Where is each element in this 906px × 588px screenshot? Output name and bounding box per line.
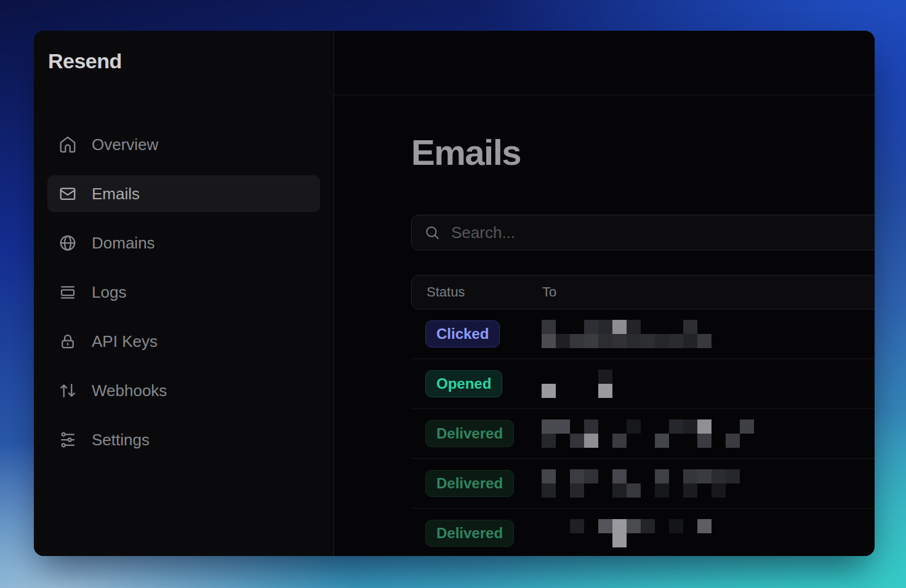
email-row[interactable]: Delivered <box>411 459 875 509</box>
sidebar-item-label: Domains <box>92 234 155 253</box>
search-bar[interactable] <box>411 215 875 250</box>
status-cell: Delivered <box>411 420 542 448</box>
status-cell: Clicked <box>411 320 542 348</box>
status-cell: Opened <box>411 370 542 398</box>
table-header: Status To <box>411 275 875 309</box>
app-window: Resend Overview Emails Domains <box>34 31 875 556</box>
home-icon <box>58 135 77 154</box>
sidebar-item-label: Logs <box>92 283 126 302</box>
sidebar-item-label: API Keys <box>92 332 158 351</box>
sidebar-item-label: Emails <box>92 185 140 204</box>
sliders-icon <box>58 431 77 449</box>
column-header-to: To <box>542 284 556 300</box>
main-header-strip <box>334 31 875 95</box>
sidebar-item-settings[interactable]: Settings <box>47 421 320 458</box>
status-badge: Delivered <box>425 520 514 547</box>
status-cell: Delivered <box>411 470 542 498</box>
status-badge: Delivered <box>425 470 514 498</box>
status-cell: Delivered <box>411 520 542 547</box>
search-icon <box>424 224 440 240</box>
search-input[interactable] <box>450 223 875 243</box>
brand-logo: Resend <box>48 49 334 73</box>
email-row[interactable]: Delivered <box>411 509 875 556</box>
redacted-email-address <box>542 370 788 398</box>
email-row[interactable]: Delivered <box>411 409 875 459</box>
logs-icon <box>58 283 77 301</box>
sidebar-item-api-keys[interactable]: API Keys <box>47 323 320 360</box>
sidebar-item-label: Overview <box>92 135 158 154</box>
email-row[interactable]: Clicked <box>411 309 875 359</box>
page-title: Emails <box>411 135 875 170</box>
status-badge: Opened <box>425 370 502 398</box>
emails-table: Status To Clicked Opened <box>411 275 875 556</box>
redacted-email-address <box>542 419 788 448</box>
globe-icon <box>58 234 77 252</box>
email-row[interactable]: Opened <box>411 359 875 409</box>
column-header-status: Status <box>412 284 542 300</box>
sidebar-nav: Overview Emails Domains Logs <box>34 126 334 458</box>
envelope-icon <box>58 185 77 203</box>
status-badge: Clicked <box>425 320 500 348</box>
redacted-email-address <box>542 469 788 498</box>
sidebar-item-domains[interactable]: Domains <box>47 224 320 261</box>
sidebar-item-label: Webhooks <box>92 381 167 400</box>
main-content: Emails Status To Clicked <box>334 95 875 556</box>
sidebar-item-logs[interactable]: Logs <box>47 274 320 311</box>
main-area: Emails Status To Clicked <box>334 31 875 556</box>
redacted-email-address <box>542 519 788 547</box>
sidebar: Resend Overview Emails Domains <box>34 31 334 556</box>
sidebar-item-label: Settings <box>92 431 150 450</box>
lock-icon <box>58 332 77 351</box>
redacted-email-address <box>542 320 788 348</box>
sidebar-item-overview[interactable]: Overview <box>47 126 320 163</box>
arrows-up-down-icon <box>58 381 77 400</box>
sidebar-item-emails[interactable]: Emails <box>47 175 320 212</box>
status-badge: Delivered <box>425 420 514 448</box>
sidebar-item-webhooks[interactable]: Webhooks <box>47 372 320 409</box>
